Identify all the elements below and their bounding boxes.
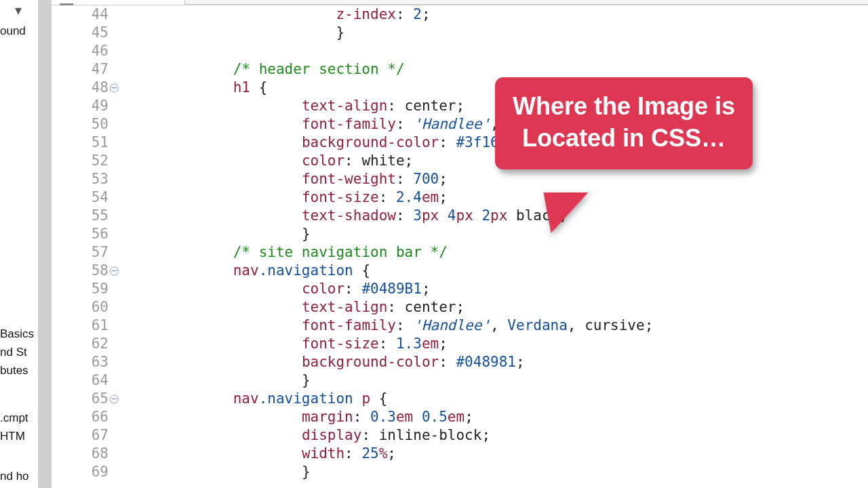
line-number: 69: [52, 463, 108, 481]
line-number: 51: [52, 134, 108, 152]
line-number: 60: [52, 298, 108, 317]
vertical-ruler: [38, 0, 52, 488]
line-number-gutter: 4445464748495051525354555657585960616263…: [52, 5, 113, 488]
code-line[interactable]: font-size: 1.3em;: [130, 335, 868, 353]
dropdown-icon[interactable]: ▾: [15, 2, 22, 18]
code-line[interactable]: color: #0489B1;: [130, 280, 868, 298]
code-line[interactable]: width: 25%;: [130, 445, 868, 463]
toc-item[interactable]: ound: [0, 24, 26, 38]
code-line[interactable]: font-weight: 700;: [130, 170, 868, 188]
code-line[interactable]: text-align: center;: [130, 298, 868, 317]
hamburger-icon[interactable]: [60, 0, 73, 5]
code-line[interactable]: }: [130, 24, 868, 42]
tab-bar-edge: [184, 0, 868, 5]
fold-toggle-icon[interactable]: [110, 394, 119, 403]
callout-text: Where the Image is Located in CSS…: [513, 92, 735, 152]
code-area[interactable]: z-index: 2; } /* header section */ h1 { …: [127, 5, 868, 488]
code-line[interactable]: background-color: #048981;: [130, 353, 868, 371]
line-number: 67: [52, 426, 108, 445]
code-line[interactable]: [130, 42, 868, 60]
line-number: 61: [52, 317, 108, 335]
toc-item[interactable]: butes: [0, 364, 28, 378]
line-number: 50: [52, 115, 108, 134]
toc-item[interactable]: Basics: [0, 327, 34, 341]
line-number: 47: [52, 60, 108, 79]
code-line[interactable]: margin: 0.3em 0.5em;: [130, 408, 868, 426]
line-number: 62: [52, 335, 108, 353]
code-line[interactable]: font-size: 2.4em;: [130, 188, 868, 207]
line-number: 55: [52, 207, 108, 225]
code-line[interactable]: z-index: 2;: [130, 5, 868, 24]
line-number: 45: [52, 24, 108, 42]
fold-column[interactable]: [113, 5, 127, 488]
toc-item[interactable]: HTM: [0, 430, 25, 443]
code-line[interactable]: /* site navigation bar */: [130, 243, 868, 262]
toc-item[interactable]: nd St: [0, 346, 27, 359]
line-number: 53: [52, 170, 108, 188]
outline-sidebar: ▾ ound Basics nd St butes .cmpt HTM nd h…: [0, 0, 38, 488]
code-line[interactable]: nav.navigation {: [130, 262, 868, 280]
line-number: 56: [52, 225, 108, 243]
code-line[interactable]: display: inline-block;: [130, 426, 868, 445]
line-number: 54: [52, 188, 108, 207]
code-line[interactable]: nav.navigation p {: [130, 390, 868, 408]
toc-item[interactable]: .cmpt: [0, 411, 28, 425]
line-number: 52: [52, 152, 108, 170]
line-number: 44: [52, 5, 108, 24]
code-line[interactable]: font-family: 'Handlee', Verdana, cursive…: [130, 317, 868, 335]
annotation-callout: Where the Image is Located in CSS…: [495, 77, 753, 169]
line-number: 46: [52, 42, 108, 60]
code-line[interactable]: }: [130, 225, 868, 243]
line-number: 48: [52, 79, 108, 97]
line-number: 66: [52, 408, 108, 426]
line-number: 59: [52, 280, 108, 298]
line-number: 65: [52, 390, 108, 408]
fold-toggle-icon[interactable]: [110, 83, 119, 92]
code-line[interactable]: }: [130, 463, 868, 481]
line-number: 64: [52, 371, 108, 390]
code-line[interactable]: /* header section */: [130, 60, 868, 79]
line-number: 63: [52, 353, 108, 371]
toc-item[interactable]: nd ho: [0, 470, 29, 483]
callout-tail-icon: [535, 192, 589, 233]
fold-toggle-icon[interactable]: [110, 266, 119, 275]
line-number: 57: [52, 243, 108, 262]
line-number: 49: [52, 97, 108, 115]
line-number: 58: [52, 262, 108, 280]
line-number: 68: [52, 445, 108, 463]
code-line[interactable]: text-shadow: 3px 4px 2px black;: [130, 207, 868, 225]
code-line[interactable]: }: [130, 371, 868, 390]
